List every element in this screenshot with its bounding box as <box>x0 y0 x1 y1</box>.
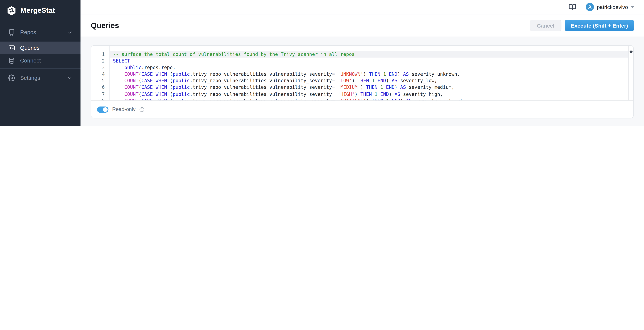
line-number: 2 <box>91 58 109 64</box>
line-number: 8 <box>91 97 109 100</box>
sidebar-nav: ReposQueriesConnectSettings <box>0 26 80 84</box>
user-avatar-icon <box>586 3 594 11</box>
chevron-down-icon <box>67 30 72 35</box>
database-icon <box>8 57 15 64</box>
sidebar-item-label: Settings <box>20 75 40 81</box>
code-line-7: COUNT(CASE WHEN (public.trivy_repo_vulne… <box>110 91 629 97</box>
repo-book-icon <box>8 29 15 36</box>
mergestat-logo-icon <box>6 5 17 16</box>
chevron-down-icon <box>67 75 72 81</box>
info-icon <box>139 107 145 112</box>
mergestat-logo[interactable]: MergeStat <box>6 5 55 16</box>
sidebar-divider <box>0 40 80 40</box>
sidebar-item-queries[interactable]: Queries <box>0 42 80 54</box>
app-window: MergeStat ReposQueriesConnectSettings <box>0 0 644 126</box>
code-line-4: COUNT(CASE WHEN (public.trivy_repo_vulne… <box>110 71 629 77</box>
code-line-5: COUNT(CASE WHEN (public.trivy_repo_vulne… <box>110 77 629 84</box>
sidebar-item-label: Repos <box>20 29 36 35</box>
code-line-8: COUNT(CASE WHEN (public.trivy_repo_vulne… <box>110 97 629 100</box>
code-line-2: SELECT <box>110 58 629 64</box>
line-number: 4 <box>91 71 109 77</box>
user-menu[interactable]: patrickdevivo <box>586 3 634 11</box>
editor-section: 12345678 -- surface the total count of v… <box>80 37 644 126</box>
page-header: Queries Cancel Execute (Shift + Enter) <box>80 14 644 37</box>
execute-button[interactable]: Execute (Shift + Enter) <box>565 20 634 31</box>
readonly-toggle[interactable] <box>97 106 108 112</box>
sidebar-item-settings[interactable]: Settings <box>0 72 80 84</box>
gear-icon <box>8 74 15 81</box>
sidebar: MergeStat ReposQueriesConnectSettings <box>0 0 80 126</box>
topbar-divider <box>581 3 581 11</box>
header-actions: Cancel Execute (Shift + Enter) <box>530 20 634 31</box>
readonly-label: Read-only <box>112 107 136 112</box>
toggle-knob <box>103 107 108 112</box>
topbar-right: patrickdevivo <box>568 0 634 14</box>
line-number: 1 <box>91 51 109 58</box>
page-title: Queries <box>91 14 119 37</box>
sidebar-item-repos[interactable]: Repos <box>0 26 80 39</box>
caret-down-icon <box>631 6 634 8</box>
sidebar-item-label: Connect <box>20 58 41 64</box>
readonly-row: Read-only <box>91 100 633 118</box>
sidebar-item-connect[interactable]: Connect <box>0 54 80 67</box>
line-number: 3 <box>91 64 109 71</box>
editor-scrollbar-thumb[interactable] <box>630 51 632 53</box>
topbar: patrickdevivo <box>80 0 644 14</box>
line-number: 5 <box>91 77 109 84</box>
editor-scrollbar[interactable] <box>628 46 633 100</box>
line-number: 7 <box>91 91 109 97</box>
code-line-6: COUNT(CASE WHEN (public.trivy_repo_vulne… <box>110 84 629 91</box>
line-number: 6 <box>91 84 109 91</box>
user-name: patrickdevivo <box>597 4 628 10</box>
cancel-button[interactable]: Cancel <box>530 20 562 31</box>
code-line-1: -- surface the total count of vulnerabil… <box>110 51 629 58</box>
sidebar-divider <box>0 68 80 69</box>
line-number-gutter: 12345678 <box>91 46 110 100</box>
code-line-3: public.repos.repo, <box>110 64 629 71</box>
terminal-icon <box>8 44 15 51</box>
sidebar-item-label: Queries <box>20 45 40 51</box>
sql-code-editor[interactable]: 12345678 -- surface the total count of v… <box>91 46 633 100</box>
sql-editor-card: 12345678 -- surface the total count of v… <box>91 45 634 118</box>
main-area: patrickdevivo Queries Cancel Execute (Sh… <box>80 0 644 126</box>
docs-book-icon[interactable] <box>568 3 576 11</box>
code-lines: -- surface the total count of vulnerabil… <box>110 46 629 100</box>
app-title: MergeStat <box>20 7 55 15</box>
